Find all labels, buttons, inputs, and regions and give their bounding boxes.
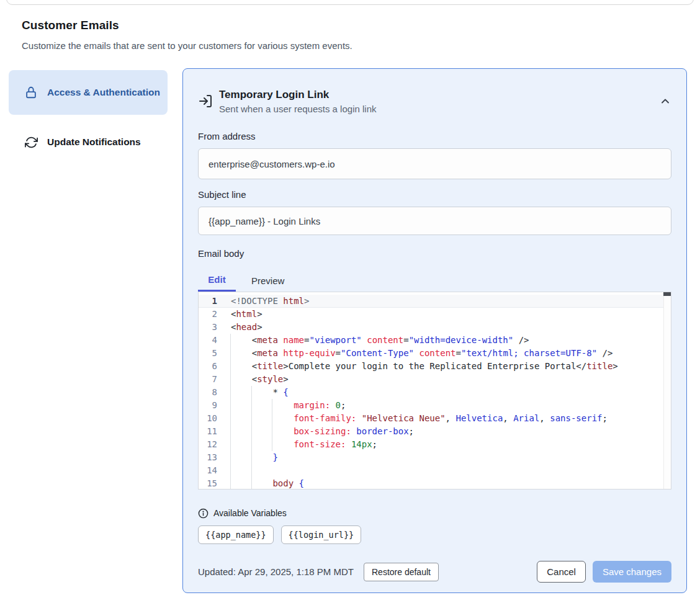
code-line[interactable]: 12 font-size: 14px; bbox=[199, 438, 671, 451]
code-line[interactable]: 9 margin: 0; bbox=[199, 399, 671, 412]
line-code: <html> bbox=[217, 308, 262, 321]
info-icon bbox=[198, 508, 209, 519]
save-changes-button[interactable]: Save changes bbox=[593, 561, 671, 583]
code-line[interactable]: 7 <style> bbox=[199, 373, 671, 386]
page-title: Customer Emails bbox=[22, 19, 352, 32]
available-variables-label: Available Variables bbox=[213, 508, 287, 518]
code-line[interactable]: 5 <meta http-equiv="Content-Type" conten… bbox=[199, 347, 671, 360]
variable-chip-login-url[interactable]: {{login_url}} bbox=[281, 525, 362, 544]
line-number: 3 bbox=[199, 321, 217, 334]
upper-card-bottom-edge bbox=[6, 0, 694, 5]
code-line[interactable]: 3<head> bbox=[199, 321, 671, 334]
line-code: font-size: 14px; bbox=[217, 438, 377, 451]
line-code: <head> bbox=[217, 321, 262, 334]
code-line[interactable]: 15 body { bbox=[199, 477, 671, 490]
tab-preview[interactable]: Preview bbox=[250, 269, 285, 292]
indent-guide bbox=[230, 334, 231, 489]
login-icon bbox=[198, 94, 214, 109]
sidebar-item-label: Access & Authentication bbox=[47, 85, 160, 100]
chevron-up-icon bbox=[659, 95, 671, 107]
subject-line-label: Subject line bbox=[198, 189, 671, 202]
from-address-input[interactable] bbox=[198, 148, 671, 179]
sidebar-item-access-authentication[interactable]: Access & Authentication bbox=[9, 70, 168, 115]
code-line[interactable]: 8 * { bbox=[199, 386, 671, 399]
sidebar-item-update-notifications[interactable]: Update Notifications bbox=[9, 127, 168, 157]
email-body-label: Email body bbox=[198, 248, 671, 261]
line-code: <style> bbox=[217, 373, 289, 386]
updated-timestamp: Updated: Apr 29, 2025, 1:18 PM MDT bbox=[198, 566, 354, 577]
line-code: <title>Complete your login to the Replic… bbox=[217, 360, 618, 373]
line-number: 8 bbox=[199, 386, 217, 399]
line-code: box-sizing: border-box; bbox=[217, 425, 414, 438]
code-line[interactable]: 6 <title>Complete your login to the Repl… bbox=[199, 360, 671, 373]
code-line[interactable]: 2<html> bbox=[199, 308, 671, 321]
panel-footer: Updated: Apr 29, 2025, 1:18 PM MDT Resto… bbox=[198, 560, 671, 583]
line-code: <meta http-equiv="Content-Type" content=… bbox=[217, 347, 612, 360]
line-number: 1 bbox=[199, 295, 217, 308]
panel-header-text: Temporary Login Link Sent when a user re… bbox=[219, 89, 376, 114]
line-code: <!DOCTYPE html> bbox=[217, 295, 309, 308]
code-line[interactable]: 10 font-family: "Helvetica Neue", Helvet… bbox=[199, 412, 671, 425]
line-code bbox=[217, 464, 231, 477]
line-code: margin: 0; bbox=[217, 399, 346, 412]
indent-guide bbox=[251, 386, 252, 489]
line-code: <meta name="viewport" content="width=dev… bbox=[217, 334, 529, 347]
line-number: 14 bbox=[199, 464, 217, 477]
lock-icon bbox=[24, 86, 38, 99]
subject-line-input[interactable] bbox=[198, 207, 671, 235]
email-body-tabs: Edit Preview bbox=[198, 269, 671, 292]
tab-edit[interactable]: Edit bbox=[198, 269, 236, 292]
code-line[interactable]: 14 bbox=[199, 464, 671, 477]
line-code: } bbox=[217, 451, 278, 464]
line-number: 12 bbox=[199, 438, 217, 451]
panel-header: Temporary Login Link Sent when a user re… bbox=[198, 85, 671, 117]
variable-chips: {{app_name}} {{login_url}} bbox=[198, 525, 671, 544]
line-number: 11 bbox=[199, 425, 217, 438]
restore-default-button[interactable]: Restore default bbox=[364, 563, 439, 581]
code-line[interactable]: 11 box-sizing: border-box; bbox=[199, 425, 671, 438]
available-variables-header: Available Variables bbox=[198, 507, 671, 519]
line-number: 4 bbox=[199, 334, 217, 347]
code-line[interactable]: 4 <meta name="viewport" content="width=d… bbox=[199, 334, 671, 347]
editor-scrollbar-thumb[interactable] bbox=[663, 292, 671, 296]
page-subtitle: Customize the emails that are sent to yo… bbox=[22, 40, 352, 51]
line-number: 9 bbox=[199, 399, 217, 412]
line-number: 5 bbox=[199, 347, 217, 360]
sidebar-item-label: Update Notifications bbox=[47, 135, 141, 150]
temporary-login-link-panel: Temporary Login Link Sent when a user re… bbox=[182, 68, 687, 593]
variable-chip-app-name[interactable]: {{app_name}} bbox=[198, 525, 274, 544]
from-address-label: From address bbox=[198, 131, 671, 143]
line-code: * { bbox=[217, 386, 289, 399]
line-number: 2 bbox=[199, 308, 217, 321]
panel-subtitle: Sent when a user requests a login link bbox=[219, 104, 376, 114]
refresh-icon bbox=[24, 136, 38, 149]
line-number: 13 bbox=[199, 451, 217, 464]
code-editor[interactable]: 1<!DOCTYPE html>2<html>3<head>4 <meta na… bbox=[198, 292, 671, 490]
code-line[interactable]: 13 } bbox=[199, 451, 671, 464]
indent-guide bbox=[272, 399, 272, 451]
collapse-section-button[interactable] bbox=[659, 95, 671, 107]
line-number: 6 bbox=[199, 360, 217, 373]
line-number: 15 bbox=[199, 477, 217, 490]
code-line[interactable]: 1<!DOCTYPE html> bbox=[199, 295, 671, 308]
panel-title: Temporary Login Link bbox=[219, 89, 376, 101]
line-number: 7 bbox=[199, 373, 217, 386]
cancel-button[interactable]: Cancel bbox=[537, 561, 586, 583]
line-code: font-family: "Helvetica Neue", Helvetica… bbox=[217, 412, 608, 425]
code-lines: 1<!DOCTYPE html>2<html>3<head>4 <meta na… bbox=[199, 292, 671, 490]
email-types-sidebar: Access & Authentication Update Notificat… bbox=[9, 70, 168, 157]
page-header: Customer Emails Customize the emails tha… bbox=[22, 19, 352, 51]
editor-scrollbar-track bbox=[663, 292, 671, 489]
line-number: 10 bbox=[199, 412, 217, 425]
